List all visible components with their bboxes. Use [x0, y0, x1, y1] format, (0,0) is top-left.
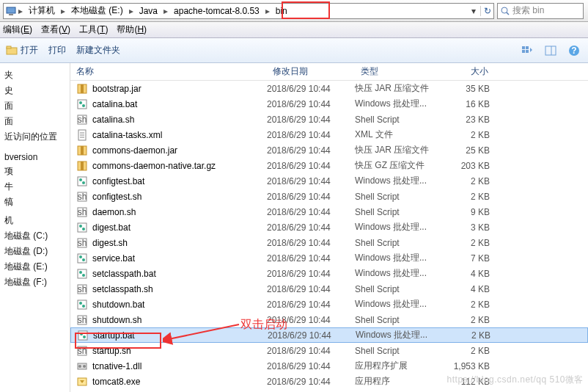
- sidebar-item[interactable]: bversion: [3, 150, 67, 164]
- file-type: Shell Script: [355, 346, 443, 356]
- sidebar-item[interactable]: 地磁盘 (C:): [3, 228, 67, 244]
- file-type: Windows 批处理...: [355, 252, 443, 264]
- file-icon: [76, 376, 88, 388]
- sidebar-item[interactable]: 面: [3, 114, 67, 129]
- sidebar-item[interactable]: 地磁盘 (E:): [3, 259, 67, 275]
- sidebar-item[interactable]: 项: [3, 164, 67, 179]
- file-row[interactable]: digest.bat2018/6/29 10:44Windows 批处理...3…: [70, 219, 588, 235]
- search-input[interactable]: 搜索 bin: [497, 3, 584, 19]
- file-name: service.bat: [92, 253, 135, 264]
- sidebar-item[interactable]: 犒: [3, 195, 67, 210]
- file-row[interactable]: tcnative-1.dll2018/6/29 10:44应用程序扩展1,953…: [70, 358, 588, 374]
- refresh-icon[interactable]: ↻: [480, 6, 493, 16]
- preview-pane-icon[interactable]: [543, 43, 559, 59]
- new-folder-button[interactable]: 新建文件夹: [76, 44, 120, 57]
- folder-icon: [6, 45, 18, 57]
- menu-help[interactable]: 帮助(H): [117, 23, 147, 36]
- file-size: 3 KB: [443, 222, 494, 233]
- svg-rect-36: [78, 223, 87, 232]
- svg-rect-49: [78, 300, 87, 309]
- col-name[interactable]: 名称: [70, 65, 267, 78]
- file-size: 2 KB: [443, 300, 494, 310]
- svg-point-56: [83, 335, 86, 338]
- file-icon: [76, 129, 88, 141]
- menu-tools[interactable]: 工具(T): [79, 23, 108, 36]
- file-icon: [77, 330, 89, 341]
- file-name: startup.bat: [93, 330, 135, 341]
- file-row[interactable]: shstartup.sh2018/6/29 10:44Shell Script2…: [70, 343, 588, 358]
- chevron-down-icon[interactable]: ▾: [467, 6, 480, 16]
- file-size: 1,953 KB: [443, 361, 494, 371]
- file-list: bootstrap.jar2018/6/29 10:44快压 JAR 压缩文件3…: [70, 81, 588, 389]
- svg-point-37: [79, 225, 82, 228]
- file-row[interactable]: catalina-tasks.xml2018/6/29 10:44XML 文件2…: [70, 127, 588, 142]
- svg-rect-44: [78, 269, 87, 278]
- file-row[interactable]: catalina.bat2018/6/29 10:44Windows 批处理..…: [70, 96, 588, 112]
- file-row[interactable]: shcatalina.sh2018/6/29 10:44Shell Script…: [70, 112, 588, 127]
- file-icon: sh: [76, 206, 88, 218]
- file-size: 23 KB: [443, 115, 494, 125]
- file-row[interactable]: commons-daemon-native.tar.gz2018/6/29 10…: [70, 158, 588, 173]
- svg-point-42: [79, 255, 82, 258]
- file-row[interactable]: commons-daemon.jar2018/6/29 10:44快压 JAR …: [70, 142, 588, 158]
- file-name: commons-daemon.jar: [92, 145, 177, 156]
- file-row[interactable]: shdaemon.sh2018/6/29 10:44Shell Script9 …: [70, 204, 588, 219]
- sidebar-item[interactable]: 机: [3, 213, 67, 228]
- svg-text:sh: sh: [78, 192, 87, 202]
- col-type[interactable]: 类型: [355, 65, 443, 78]
- svg-rect-15: [81, 84, 84, 93]
- svg-point-45: [79, 271, 82, 274]
- file-name: bootstrap.jar: [92, 84, 142, 94]
- file-row[interactable]: bootstrap.jar2018/6/29 10:44快压 JAR 压缩文件3…: [70, 81, 588, 96]
- breadcrumb-segment[interactable]: 本地磁盘 (E:): [67, 4, 128, 18]
- file-date: 2018/6/29 10:44: [267, 269, 355, 279]
- file-size: 4 KB: [443, 284, 494, 294]
- file-name: commons-daemon-native.tar.gz: [92, 161, 216, 171]
- col-date[interactable]: 修改日期: [267, 65, 355, 78]
- svg-point-18: [82, 104, 85, 107]
- menu-edit[interactable]: 编辑(E): [3, 23, 32, 36]
- file-size: 25 KB: [443, 145, 494, 156]
- open-button[interactable]: 打开: [6, 44, 38, 57]
- file-row[interactable]: startup.bat2018/6/29 10:44Windows 批处理...…: [70, 327, 588, 343]
- breadcrumb-segment[interactable]: Java: [135, 4, 162, 18]
- col-size[interactable]: 大小: [443, 65, 494, 78]
- breadcrumb-segment[interactable]: 计算机: [24, 4, 59, 18]
- file-size: 2 KB: [443, 238, 494, 248]
- breadcrumb[interactable]: ▸ 计算机 ▸ 本地磁盘 (E:) ▸ Java ▸ apache-tomcat…: [3, 3, 494, 19]
- menu-view[interactable]: 查看(V): [41, 23, 70, 36]
- file-date: 2018/6/29 10:44: [267, 176, 355, 186]
- file-icon: [76, 253, 88, 264]
- help-icon[interactable]: ?: [566, 43, 582, 59]
- breadcrumb-segment[interactable]: bin: [271, 4, 292, 18]
- file-row[interactable]: shshutdown.sh2018/6/29 10:44Shell Script…: [70, 312, 588, 327]
- file-row[interactable]: shsetclasspath.sh2018/6/29 10:44Shell Sc…: [70, 281, 588, 297]
- sidebar-item[interactable]: 夹: [3, 68, 67, 83]
- print-button[interactable]: 打印: [48, 44, 66, 57]
- view-options-icon[interactable]: [519, 43, 535, 59]
- file-row[interactable]: shconfigtest.sh2018/6/29 10:44Shell Scri…: [70, 189, 588, 204]
- sidebar-item[interactable]: 牛: [3, 179, 67, 195]
- file-row[interactable]: shutdown.bat2018/6/29 10:44Windows 批处理..…: [70, 297, 588, 312]
- file-size: 203 KB: [443, 161, 494, 171]
- sidebar-item[interactable]: 地磁盘 (D:): [3, 244, 67, 259]
- file-row[interactable]: setclasspath.bat2018/6/29 10:44Windows 批…: [70, 266, 588, 281]
- file-row[interactable]: configtest.bat2018/6/29 10:44Windows 批处理…: [70, 173, 588, 189]
- file-date: 2018/6/29 10:44: [267, 300, 355, 310]
- file-size: 2 KB: [443, 346, 494, 356]
- sidebar: 夹史面面近访问的位置bversion项牛犒机地磁盘 (C:)地磁盘 (D:)地磁…: [0, 63, 70, 392]
- file-icon: [76, 222, 88, 233]
- sidebar-item[interactable]: 地磁盘 (F:): [3, 275, 67, 290]
- sidebar-item[interactable]: 近访问的位置: [3, 129, 67, 145]
- file-date: 2018/6/29 10:44: [267, 130, 355, 140]
- file-row[interactable]: shdigest.sh2018/6/29 10:44Shell Script2 …: [70, 235, 588, 250]
- breadcrumb-segment[interactable]: apache-tomcat-8.0.53: [169, 4, 264, 18]
- file-row[interactable]: service.bat2018/6/29 10:44Windows 批处理...…: [70, 250, 588, 266]
- sidebar-item[interactable]: 面: [3, 98, 67, 114]
- file-type: Shell Script: [355, 284, 443, 294]
- file-icon: sh: [76, 191, 88, 203]
- annotation-text: 双击启动: [240, 317, 287, 333]
- file-date: 2018/6/29 10:44: [267, 346, 355, 356]
- file-icon: [76, 83, 88, 95]
- sidebar-item[interactable]: 史: [3, 83, 67, 98]
